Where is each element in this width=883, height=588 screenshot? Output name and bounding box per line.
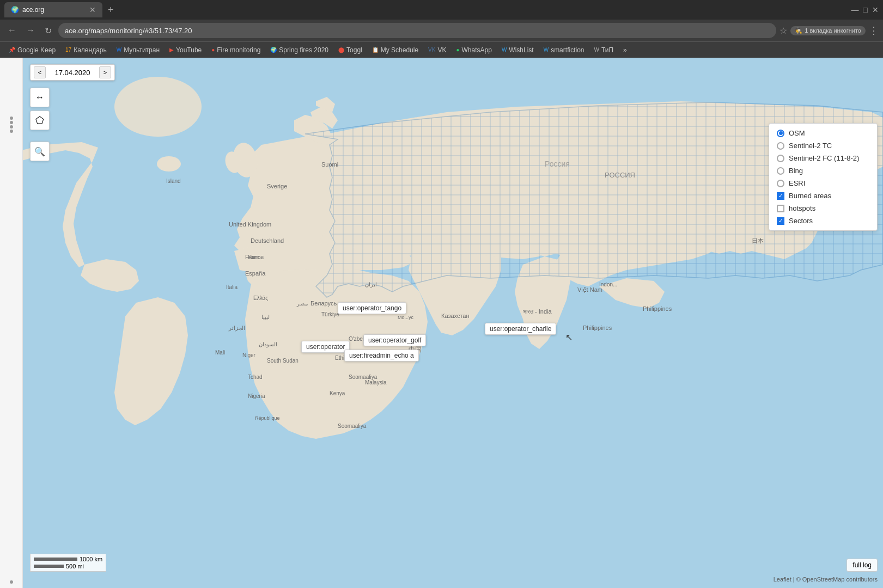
bookmark-my-schedule[interactable]: 📋 My Schedule <box>368 45 423 55</box>
svg-text:Беларусь: Беларусь <box>310 300 337 307</box>
bookmark-label: Toggl <box>346 46 362 54</box>
reload-button[interactable]: ↻ <box>41 24 55 37</box>
svg-text:Italia: Italia <box>226 284 238 290</box>
svg-text:Türkiye: Türkiye <box>321 311 339 317</box>
svg-text:Nigeria: Nigeria <box>248 393 265 399</box>
svg-text:Deutschland: Deutschland <box>251 237 284 244</box>
hotspots-label: hotspots <box>789 204 815 212</box>
minimize-button[interactable]: — <box>851 5 859 14</box>
layer-panel: OSM Sentinel-2 TC Sentinel-2 FC (11-8-2)… <box>769 123 878 231</box>
layer-burned-areas[interactable]: Burned areas <box>777 192 869 200</box>
esri-label: ESRI <box>789 179 805 187</box>
bookmark-tip[interactable]: W ТиП <box>589 45 618 55</box>
tab-close-button[interactable]: ✕ <box>89 5 96 14</box>
bookmark-label: Google Keep <box>17 46 56 54</box>
scale-ruler-mi <box>34 565 64 568</box>
svg-text:ایران: ایران <box>365 281 377 288</box>
left-sidebar <box>0 58 23 588</box>
bookmark-smartfiction[interactable]: W smartfiction <box>539 45 589 55</box>
svg-text:Turkmenistan: Turkmenistan <box>360 349 395 356</box>
svg-text:España: España <box>245 270 266 277</box>
layer-bing[interactable]: Bing <box>777 167 869 175</box>
bookmark-label: VK <box>437 46 446 54</box>
svg-point-2 <box>157 156 181 171</box>
address-bar[interactable] <box>58 23 776 38</box>
svg-text:Island: Island <box>166 178 181 184</box>
search-icon: 🔍 <box>34 146 45 157</box>
date-input[interactable] <box>48 69 97 77</box>
layer-sectors[interactable]: Sectors <box>777 217 869 225</box>
polygon-tool-button[interactable]: ⬠ <box>30 111 50 130</box>
scale-row-mi: 500 mi <box>34 563 102 569</box>
date-prev-button[interactable]: < <box>34 66 46 78</box>
hotspots-checkbox[interactable] <box>777 205 784 212</box>
map-tools: ↔ ⬠ <box>30 88 50 130</box>
forward-button[interactable]: → <box>23 24 38 36</box>
svg-text:Ethiopia: Ethiopia <box>335 355 355 361</box>
bookmark-youtube[interactable]: ▶ YouTube <box>165 45 206 55</box>
layer-esri[interactable]: ESRI <box>777 179 869 187</box>
burned-areas-checkbox[interactable] <box>777 192 784 200</box>
svg-text:Казахстан: Казахстан <box>441 313 470 319</box>
close-window-button[interactable]: ✕ <box>872 5 879 14</box>
more-bookmarks-label: » <box>623 46 627 54</box>
svg-text:Malaysia: Malaysia <box>365 379 387 385</box>
esri-radio[interactable] <box>777 180 784 187</box>
bookmark-vk[interactable]: VK VK <box>424 45 450 55</box>
svg-text:Kenya: Kenya <box>330 390 345 396</box>
bookmark-fire-monitoring[interactable]: ● Fire monitoring <box>207 45 265 55</box>
bookmark-calendar[interactable]: 17 Календарь <box>61 45 111 55</box>
bookmark-toggl[interactable]: ⬤ Toggl <box>334 45 367 55</box>
sentinel2fc-label: Sentinel-2 FC (11-8-2) <box>789 154 859 162</box>
bookmark-label: ТиП <box>601 46 613 54</box>
sentinel2fc-radio[interactable] <box>777 155 784 162</box>
bookmark-whatsapp[interactable]: ● WhatsApp <box>452 45 496 55</box>
sentinel2tc-radio[interactable] <box>777 142 784 150</box>
bing-radio[interactable] <box>777 167 784 175</box>
svg-text:Soomaaliya: Soomaaliya <box>338 423 367 429</box>
bookmark-star-icon[interactable]: ☆ <box>780 26 787 36</box>
polygon-icon: ⬠ <box>35 114 44 126</box>
bookmark-label: My Schedule <box>381 46 418 54</box>
maximize-button[interactable]: □ <box>863 5 868 14</box>
layer-sentinel2tc[interactable]: Sentinel-2 TC <box>777 142 869 150</box>
more-options-button[interactable]: ⋮ <box>869 24 879 36</box>
map-container[interactable]: Suomi Sverige United Kingdom France Espa… <box>0 58 883 588</box>
svg-text:Rom...: Rom... <box>248 254 264 260</box>
full-log-button[interactable]: full log <box>847 559 878 572</box>
svg-text:Ελλάς: Ελλάς <box>253 295 268 301</box>
scale-row-km: 1000 km <box>34 556 102 562</box>
scale-km-label: 1000 km <box>80 556 102 562</box>
scale-lines: 1000 km 500 mi <box>34 556 102 569</box>
calendar-icon: 17 <box>65 47 71 53</box>
osm-label: OSM <box>789 129 805 137</box>
nav-right: ☆ 🕵 1 вкладка инкогнито ⋮ <box>780 24 879 36</box>
browser-tab-active[interactable]: 🌍 ace.org ✕ <box>4 2 102 17</box>
incognito-badge: 🕵 1 вкладка инкогнито <box>790 26 866 35</box>
bookmark-multitran[interactable]: W Мультитран <box>112 45 164 55</box>
sectors-checkbox[interactable] <box>777 217 784 225</box>
svg-text:O'zbekiston: O'zbekiston <box>349 336 377 342</box>
layer-hotspots[interactable]: hotspots <box>777 204 869 212</box>
layer-osm[interactable]: OSM <box>777 129 869 137</box>
bookmark-more[interactable]: » <box>619 45 631 55</box>
search-tool-button[interactable]: 🔍 <box>30 142 50 161</box>
svg-text:مصر: مصر <box>296 301 308 307</box>
svg-text:Suomi: Suomi <box>321 161 338 168</box>
map-svg: Suomi Sverige United Kingdom France Espa… <box>0 58 883 588</box>
osm-radio[interactable] <box>777 130 784 137</box>
svg-text:ليبيا: ليبيا <box>261 314 270 320</box>
bookmark-google-keep[interactable]: 📌 Google Keep <box>4 45 60 55</box>
svg-text:Niger: Niger <box>242 352 256 358</box>
bookmark-spring-fires[interactable]: 🌍 Spring fires 2020 <box>266 45 333 55</box>
pan-tool-button[interactable]: ↔ <box>30 88 50 107</box>
bookmark-label: Календарь <box>74 46 107 54</box>
back-button[interactable]: ← <box>4 24 20 36</box>
bookmark-wishlist[interactable]: W WishList <box>497 45 538 55</box>
search-tool-container: 🔍 <box>30 138 50 161</box>
date-next-button[interactable]: > <box>99 66 111 78</box>
layer-sentinel2fc[interactable]: Sentinel-2 FC (11-8-2) <box>777 154 869 162</box>
new-tab-button[interactable]: + <box>105 3 117 17</box>
svg-text:Indon...: Indon... <box>599 281 617 287</box>
burned-areas-label: Burned areas <box>789 192 831 200</box>
